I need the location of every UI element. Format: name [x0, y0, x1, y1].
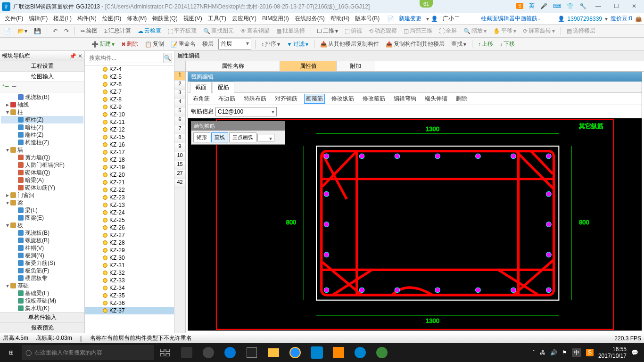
row-header[interactable]: 9 [174, 143, 185, 152]
section-tool[interactable]: 布角筋 [191, 94, 212, 104]
tree-item[interactable]: ▾基础 [1, 282, 83, 289]
sum-button[interactable]: Σ 汇总计算 [102, 26, 133, 36]
shirt-icon[interactable]: 👕 [567, 3, 574, 9]
row-header[interactable]: 7 [174, 125, 185, 134]
delete-button[interactable]: ✖ 删除 [119, 39, 140, 49]
tree-item[interactable]: 基础梁(F) [1, 289, 83, 297]
start-button[interactable]: ⊞ [2, 343, 21, 362]
tree-item[interactable]: 板负筋(F) [1, 267, 83, 274]
mode-arc[interactable]: 三点画弧 [229, 132, 256, 142]
move-down-button[interactable]: ↓ 下移 [498, 39, 517, 49]
edge-icon[interactable] [220, 343, 240, 362]
search-input[interactable] [87, 53, 162, 63]
task-view-icon[interactable] [155, 343, 175, 362]
select-floor-button[interactable]: ▤ 选择楼层 [565, 26, 597, 36]
section-tool[interactable]: 布边筋 [216, 94, 237, 104]
col-value[interactable]: 属性值 [280, 61, 337, 71]
component-item[interactable]: KZ-23 [85, 194, 174, 201]
menu-item[interactable]: 绘图(D) [99, 14, 124, 23]
filter-button[interactable]: ▼ 过滤 ▾ [285, 39, 310, 49]
component-item[interactable]: KZ-16 [85, 141, 174, 148]
component-item[interactable]: KZ-12 [85, 126, 174, 133]
keyboard-icon[interactable]: ⌨ [553, 3, 561, 9]
section-tool[interactable]: 修改纵筋 [330, 94, 356, 104]
component-item[interactable]: KZ-19 [85, 164, 174, 171]
pin-icon[interactable]: 📌 ✕ [69, 53, 83, 59]
batch-select-button[interactable]: ▦ 批量选择 [274, 26, 307, 36]
tree-item[interactable]: ▾墙 [1, 146, 83, 154]
sort-button[interactable]: ↕ 排序 ▾ [259, 39, 282, 49]
component-item[interactable]: KZ-37 [85, 307, 174, 314]
menu-item[interactable]: 构件(N) [74, 14, 99, 23]
zoom-button[interactable]: 🔍 缩放 ▾ [462, 26, 488, 36]
rebar-info-select[interactable]: C12@100 [215, 107, 277, 116]
component-item[interactable]: KZ-20 [85, 171, 174, 179]
col-extra[interactable]: 附加 [337, 61, 374, 71]
redo-icon[interactable]: ↷ [62, 27, 71, 35]
tab-section[interactable]: 截面 [190, 82, 212, 93]
menu-item[interactable]: 云应用(Y) [229, 14, 259, 23]
wrench-icon[interactable]: 🔧 [579, 3, 586, 9]
app-icon-orange[interactable] [328, 343, 349, 362]
component-item[interactable]: KZ-15 [85, 133, 174, 141]
section-tool[interactable]: 删除 [454, 94, 469, 104]
tree-item[interactable]: 剪力墙(Q) [1, 154, 83, 161]
component-item[interactable]: KZ-25 [85, 216, 174, 224]
menu-item[interactable]: 钢筋量(Q) [149, 14, 180, 23]
tray-network-icon[interactable]: 🖧 [540, 349, 545, 356]
menu-item[interactable]: 在线服务(S) [292, 14, 328, 23]
row-header[interactable]: 4 [174, 99, 185, 107]
cloud-check-button[interactable]: ☁ 云检查 [136, 26, 163, 36]
tab-project-settings[interactable]: 工程设置 [0, 61, 84, 72]
new-change-menu[interactable]: 新建变更 [396, 14, 424, 24]
component-item[interactable]: KZ-33 [85, 277, 174, 284]
tree-item[interactable]: 板洞(N) [1, 252, 83, 259]
app-icon-1[interactable] [176, 343, 197, 362]
mode-extra-select[interactable] [257, 134, 274, 141]
tab-draw-input[interactable]: 绘图输入 [0, 72, 84, 82]
section-tool[interactable]: 画箍筋 [304, 94, 325, 104]
phone-number[interactable]: 13907298339 [568, 16, 602, 22]
component-item[interactable]: KZ-13 [85, 201, 174, 209]
rename-button[interactable]: 📝 重命名 [169, 39, 198, 49]
tab-single-input[interactable]: 单构件输入 [0, 312, 84, 322]
component-item[interactable]: KZ-27 [85, 231, 174, 239]
tree-item[interactable]: 暗柱(Z) [1, 123, 83, 131]
app-icon-blue[interactable] [350, 343, 371, 362]
menu-item[interactable]: 修改(M) [124, 14, 149, 23]
store-icon[interactable] [241, 343, 262, 362]
ggj-app-icon[interactable] [306, 343, 327, 362]
component-item[interactable]: KZ-36 [85, 299, 174, 307]
mode-line[interactable]: 直线 [211, 132, 228, 142]
tray-volume-icon[interactable]: 🔊 [550, 349, 557, 356]
tree-item[interactable]: ▸轴线 [1, 101, 83, 108]
component-item[interactable]: KZ-5 [85, 73, 174, 81]
open-file-icon[interactable]: 📂▾ [16, 27, 29, 35]
component-item[interactable]: KZ-6 [85, 81, 174, 88]
tree-item[interactable]: 筏板基础(M) [1, 297, 83, 304]
section-tool[interactable]: 修改箍筋 [361, 94, 387, 104]
user-label[interactable]: 广小二 [440, 14, 462, 24]
nav-tree[interactable]: 现浇板(B)▸轴线▾柱框柱(Z)暗柱(Z)端柱(Z)构造柱(Z)▾墙剪力墙(Q)… [0, 92, 84, 312]
menu-item[interactable]: 版本号(B) [352, 14, 382, 23]
row-header[interactable]: 5 [174, 107, 185, 116]
component-item[interactable]: KZ-11 [85, 118, 174, 126]
expand-icon[interactable]: ⁺─ [2, 83, 9, 90]
copy-from-button[interactable]: 📥 从其他楼层复制构件 [318, 39, 381, 49]
ie-icon[interactable] [285, 343, 305, 362]
component-item[interactable]: KZ-9 [85, 103, 174, 111]
tree-item[interactable]: 框柱(Z) [1, 116, 83, 123]
tree-item[interactable]: 砌体墙(Q) [1, 169, 83, 176]
copy-button[interactable]: 📋 复制 [143, 39, 166, 49]
rotate-button[interactable]: ⟳ 屏幕旋转 ▾ [521, 26, 557, 36]
section-tool[interactable]: 对齐钢筋 [273, 94, 299, 104]
tree-item[interactable]: 构造柱(Z) [1, 139, 83, 146]
menu-item[interactable]: 编辑(E) [26, 14, 50, 23]
new-file-icon[interactable]: 📄 [2, 27, 13, 35]
floor-select[interactable]: 首层 [218, 39, 251, 49]
tree-item[interactable]: ▾柱 [1, 108, 83, 116]
mode-rect[interactable]: 矩形 [193, 132, 210, 142]
maximize-button[interactable]: ☐ [610, 3, 622, 9]
tab-rebar[interactable]: 配筋 [213, 82, 234, 93]
row-header[interactable]: 15 [174, 161, 185, 170]
